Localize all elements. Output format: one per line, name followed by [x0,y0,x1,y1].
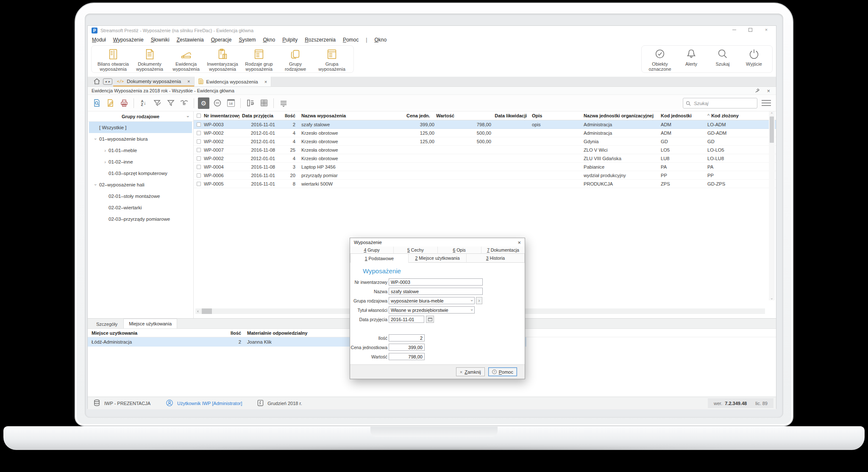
current-user-link[interactable]: Użytkownik IWP [Administrator] [177,401,242,406]
tree-item[interactable]: ›01-02–inne [89,156,192,167]
ribbon-button-obiekty-oznaczone[interactable]: Obiekty oznaczone [645,47,675,72]
pomoc-button[interactable]: ? Pomoc [488,367,517,376]
row-checkbox[interactable] [197,122,201,127]
tab-ewidencja-wyposazenia[interactable]: Ewidencja wyposażenia × [194,76,272,86]
dialog-tab-cechy[interactable]: 5 Cechy [394,247,437,254]
ribbon-button-bilans-otwarcia[interactable]: Bilans otwarcia wyposażenia [95,47,131,72]
column-layout-button[interactable] [245,97,256,109]
ribbon-button-alerty[interactable]: Alerty [676,47,706,67]
settings-button[interactable]: ⚙ [198,97,209,109]
print-button[interactable] [118,97,130,109]
ribbon-button-grupa-wyposazenia[interactable]: Grupa wyposażenia [314,47,350,72]
grupa-rodzajowa-select[interactable]: wyposażenie biura-meble › [389,297,475,304]
menu-item[interactable]: Okno [263,37,275,43]
tab-miejsce-uzytkowania[interactable]: Miejsce użytkowania [123,319,177,328]
menu-item[interactable]: Zestawienia [177,37,204,43]
preview-document-button[interactable] [91,97,103,109]
tree-item[interactable]: ›01–wyposażenie biura [89,133,192,144]
nazwa-field[interactable] [389,288,483,295]
dialog-close-icon[interactable]: × [517,239,521,246]
dialog-tab-historia[interactable]: 3 Historia [467,254,525,263]
scroll-left-icon[interactable]: › [195,309,200,314]
tree-panel-header[interactable]: Grupy rodzajowe › [88,111,193,122]
dialog-tab-grupy[interactable]: 4 Grupy [350,247,394,254]
sort-button[interactable]: AZ ↓ [138,97,149,109]
ilosc-field[interactable] [389,334,425,342]
ribbon-button-grupy-rodzajowe[interactable]: Grupy rodzajowe [277,47,314,72]
wartosc-field[interactable] [389,353,425,360]
close-panel-icon[interactable]: × [767,88,770,94]
grupa-more-button[interactable]: › [476,297,482,304]
tree-item[interactable]: ›02–wyposażenie hali [89,179,192,190]
minimize-button[interactable] [731,27,737,33]
tree-expand-icon[interactable]: › [93,181,98,188]
tab-close-icon[interactable]: × [187,79,190,84]
column-header[interactable]: Nazwa jednostki organizacyjnej [584,113,661,118]
handshake-button[interactable] [178,97,190,109]
scrollbar-thumb[interactable] [202,308,212,314]
column-header[interactable]: Ilość [279,113,296,118]
menu-item[interactable]: Okno [374,37,387,43]
menu-item[interactable]: Pomoc [343,37,359,43]
zamknij-button[interactable]: × Zamknij [456,367,485,376]
column-header[interactable]: Data przyjęcia [239,113,279,118]
dialog-tab-podstawowe[interactable]: 1 Podstawowe [350,254,409,263]
column-header[interactable]: Miejsce uzytkowania [88,330,224,336]
row-checkbox[interactable] [197,148,201,152]
tree-expand-icon[interactable]: › [102,159,108,164]
tab-scroll-button[interactable]: ◂ ▸ [102,77,113,86]
menu-item[interactable]: Wyposażenie [113,37,144,43]
home-button[interactable] [91,77,102,86]
close-button[interactable]: × [763,27,769,33]
column-header[interactable]: ^Kod złożony [707,113,766,118]
menu-item[interactable]: Operacje [211,37,232,43]
view-options-button[interactable] [762,99,771,107]
column-header[interactable]: Ilość [224,330,241,336]
table-row[interactable]: WP-00022012-01-014Krzesło obrotoweZLU VI… [194,154,776,163]
table-row[interactable]: WP-00022012-01-014Krzesło obrotowe125,00… [194,137,776,146]
ribbon-button-ewidencja[interactable]: Ewidencja wyposażenia [168,47,204,72]
menu-item[interactable]: Pulpity [282,37,298,43]
vertical-scrollbar[interactable]: ^ ^ [769,111,775,300]
ribbon-button-inwentaryzacja[interactable]: Inwentaryzacja wyposażenia [204,47,241,72]
column-header[interactable]: Nr inwentarzowy [204,113,239,118]
tab-dokumenty-wyposazenia[interactable]: </> Dokumenty wyposażenia × [113,77,194,86]
row-checkbox[interactable] [197,173,201,178]
ribbon-button-wyjscie[interactable]: Wyjście [739,47,769,67]
dialog-tab-dokumentacja[interactable]: 7 Dokumentacja [481,247,525,254]
ribbon-button-dokumenty[interactable]: Dokumenty wyposażenia [131,47,168,72]
remove-button[interactable] [211,97,223,109]
table-row[interactable]: WP-00062016-11-0120przyrządy pomiarwydzi… [194,171,776,180]
scrollbar-thumb[interactable] [770,117,774,143]
tab-szczegoly[interactable]: Szczegóły [91,319,122,328]
edit-filter-button[interactable] [151,97,163,109]
filter-button[interactable] [165,97,176,109]
menu-item[interactable]: Słowniki [151,37,170,43]
tree-item[interactable]: 02-02–wiertarki [89,202,192,213]
menu-item[interactable]: Rozszerzenia [305,37,336,43]
column-header[interactable]: Data likwidacji [495,113,529,118]
tree-expand-icon[interactable]: › [102,148,108,153]
table-row[interactable]: WP-00042016-11-083Laptop HP 3456Pabianic… [194,163,776,171]
select-all-checkbox[interactable] [197,114,201,118]
menu-item[interactable]: Moduł [92,37,106,43]
table-row[interactable]: WP-00032016-11-012szafy stalowe399,00798… [194,120,776,129]
maximize-button[interactable] [747,27,753,33]
row-checkbox[interactable] [197,182,201,186]
nr-inwentarzowy-field[interactable] [389,278,483,286]
tree-item[interactable]: ›01-01–meble [89,144,192,156]
edit-document-button[interactable] [105,97,116,109]
row-checkbox[interactable] [197,139,201,144]
tree-item[interactable]: 02-01–stoły montażowe [89,190,192,202]
calendar-picker-button[interactable] [426,316,434,323]
data-przyjecia-field[interactable] [389,316,424,323]
pin-icon[interactable] [754,88,760,94]
calendar-button[interactable]: 18 [225,97,236,109]
tab-close-icon[interactable]: × [264,79,267,84]
ribbon-button-szukaj[interactable]: Szukaj [708,47,737,67]
column-header[interactable]: Wartość [436,113,495,118]
tree-item[interactable]: 02-03–przyrządy pomiarowe [89,213,192,225]
column-header[interactable]: Kod jednostki [661,113,707,118]
row-checkbox[interactable] [197,165,201,169]
dialog-tab-opis[interactable]: 6 Opis [438,247,481,254]
